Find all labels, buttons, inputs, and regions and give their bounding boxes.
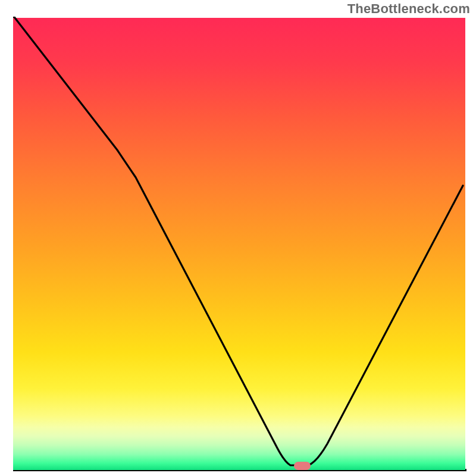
gradient-background <box>13 18 465 470</box>
plot-svg <box>13 18 465 470</box>
watermark-text: TheBottleneck.com <box>347 1 470 17</box>
optimal-point-marker <box>294 462 311 470</box>
chart-container: TheBottleneck.com <box>0 0 476 476</box>
